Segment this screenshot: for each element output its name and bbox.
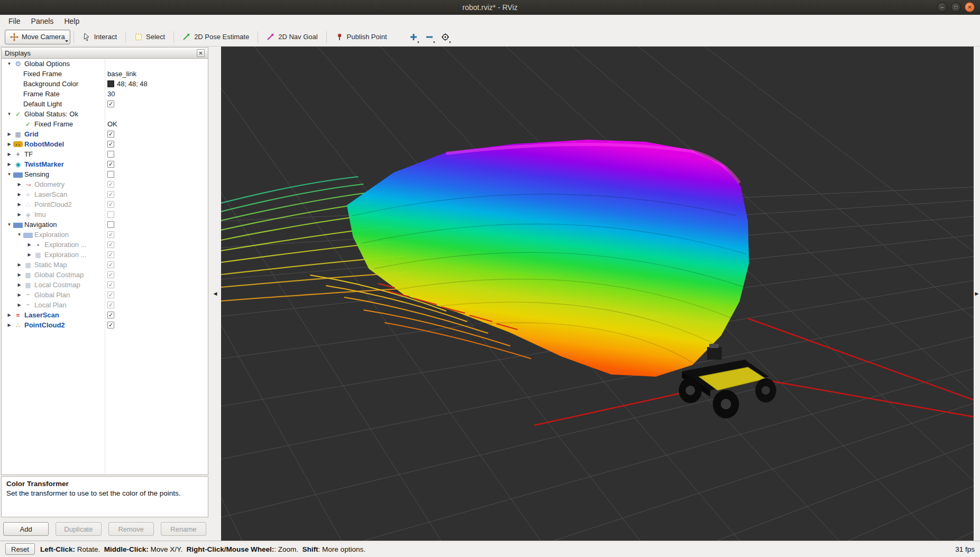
panel-close-icon[interactable]: ✕ [197,49,205,57]
enabled-checkbox[interactable]: ✓ [107,271,114,278]
3d-viewport[interactable] [221,47,974,541]
publish-point-button[interactable]: Publish Point [330,30,392,44]
focus-camera-button[interactable]: ▾ [438,30,452,44]
enabled-checkbox[interactable]: ✓ [107,322,114,328]
enabled-checkbox[interactable]: ✓ [107,251,114,258]
tree-label: Frame Rate [23,90,60,98]
tree-label: Exploration ... [44,241,87,249]
collapse-icon[interactable]: ▼ [5,222,13,227]
expand-icon[interactable]: ▶ [15,192,23,197]
property-value[interactable]: base_link [107,70,136,78]
tree-row-property: ▶●Exploration ... [2,241,105,249]
interact-button[interactable]: Interact [77,30,122,44]
collapse-right-icon[interactable]: ▶ [975,291,979,296]
select-button[interactable]: Select [129,30,170,44]
enabled-checkbox[interactable]: ✓ [107,231,114,238]
tree-row-property: ▶∴PointCloud2 [2,321,105,330]
nav-goal-button[interactable]: 2D Nav Goal [261,30,323,44]
expand-icon[interactable]: ▶ [5,132,13,136]
3d-scene [221,47,974,541]
enabled-checkbox[interactable]: ✓ [107,312,114,318]
statusbar: Reset Left-Click: Rotate. Middle-Click: … [0,541,980,557]
expand-icon[interactable]: ▶ [5,162,13,167]
collapse-icon[interactable]: ▼ [5,112,13,116]
imu-icon: ◈ [23,211,33,219]
enabled-checkbox[interactable]: ✓ [107,161,114,168]
color-swatch[interactable] [107,80,114,87]
property-value[interactable]: 30 [107,90,115,98]
tool-label: 2D Nav Goal [278,33,317,41]
remove-tool-button[interactable]: ▾ [423,30,436,44]
enabled-checkbox[interactable]: ✓ [107,291,114,298]
expand-icon[interactable]: ▶ [15,293,23,297]
collapse-icon[interactable]: ▼ [5,172,13,177]
enabled-checkbox[interactable]: ✓ [107,261,114,268]
expand-icon[interactable]: ▶ [25,252,33,257]
rename-display-button[interactable]: Rename [161,522,206,536]
enabled-checkbox[interactable]: ✓ [107,302,114,308]
enabled-checkbox[interactable]: ✓ [107,281,114,288]
remove-display-button[interactable]: Remove [108,522,154,536]
right-splitter[interactable]: ▶ [974,47,980,541]
twist-marker-icon: ◉ [13,160,23,169]
menu-panels[interactable]: Panels [26,15,59,27]
close-button[interactable]: ✕ [965,2,975,12]
collapse-icon[interactable]: ▼ [5,61,13,66]
move-camera-button[interactable]: Move Camera [5,30,70,44]
tool-label: 2D Pose Estimate [194,33,249,41]
pose-estimate-button[interactable]: 2D Pose Estimate [177,30,254,44]
expand-icon[interactable]: ▶ [15,282,23,287]
tree-row-value: OK [105,120,208,128]
expand-icon[interactable]: ▶ [25,242,33,247]
tool-label: Publish Point [347,33,387,41]
expand-icon[interactable]: ▶ [15,202,23,207]
tree-label: Exploration ... [44,251,87,259]
enabled-checkbox[interactable]: ✓ [107,101,114,107]
displays-panel-header[interactable]: Displays ✕ [1,47,208,59]
tree-row-value: ✓ [105,201,208,208]
enabled-checkbox[interactable]: ✓ [107,241,114,248]
expand-icon[interactable]: ▶ [5,152,13,157]
tree-row-value: ✓ [105,291,208,298]
tree-label: LaserScan [34,190,67,198]
expand-icon[interactable]: ▶ [15,262,23,267]
property-value[interactable]: 48; 48; 48 [117,80,148,88]
tree-row-value: ✓ [105,131,208,138]
expand-icon[interactable]: ▶ [15,212,23,217]
collapse-left-icon[interactable]: ◀ [214,291,217,296]
expand-icon[interactable]: ▶ [15,182,23,187]
expand-icon[interactable]: ▶ [15,303,23,307]
reset-button[interactable]: Reset [5,543,35,555]
enabled-checkbox[interactable]: ✓ [107,181,114,188]
collapse-icon[interactable]: ▼ [15,232,23,237]
add-tool-button[interactable]: ▾ [407,30,420,44]
enabled-checkbox[interactable] [107,151,114,158]
tree-row-property: ▶~Local Plan [2,301,105,309]
menu-file[interactable]: File [3,15,26,27]
grid-icon: ▦ [13,130,23,139]
tree-row-property: ▶~Global Plan [2,291,105,299]
menu-help[interactable]: Help [59,15,85,27]
property-value[interactable]: OK [107,120,117,128]
add-display-button[interactable]: Add [3,522,49,536]
enabled-checkbox[interactable]: ✓ [107,141,114,148]
expand-icon[interactable]: ▶ [15,272,23,277]
duplicate-display-button[interactable]: Duplicate [56,522,101,536]
minimize-button[interactable]: – [937,2,947,12]
tree-label: Local Plan [34,301,67,309]
maximize-button[interactable]: □ [951,2,961,12]
enabled-checkbox[interactable]: ✓ [107,201,114,208]
panel-splitter[interactable]: ◀ [209,47,221,541]
enabled-checkbox[interactable] [107,211,114,218]
expand-icon[interactable]: ▶ [5,313,13,317]
tree-label: Grid [24,130,39,138]
enabled-checkbox[interactable]: ✓ [107,131,114,138]
plus-icon [409,33,418,41]
enabled-checkbox[interactable] [107,221,114,228]
expand-icon[interactable]: ▶ [5,142,13,147]
property-column-divider[interactable] [105,59,105,474]
titlebar[interactable]: robot.rviz* - RViz – □ ✕ [0,0,980,15]
enabled-checkbox[interactable]: ✓ [107,191,114,198]
expand-icon[interactable]: ▶ [5,323,13,327]
enabled-checkbox[interactable] [107,171,114,178]
